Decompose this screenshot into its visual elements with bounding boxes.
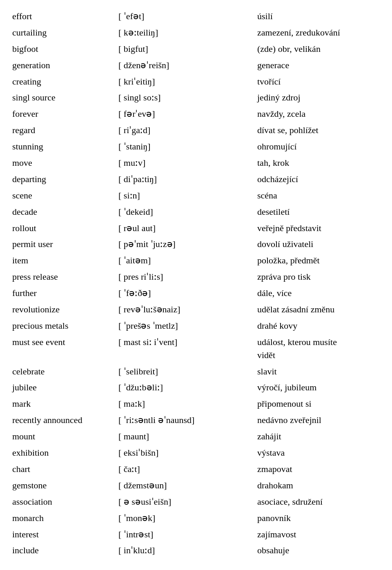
phonetic-cell: [ ˈprešəs ˈmetlz] (116, 318, 255, 334)
word-cell: move (10, 155, 116, 171)
table-row: gemstone[ džemstəun]drahokam (10, 477, 382, 494)
table-row: chart[ čaːt]zmapovat (10, 461, 382, 477)
phonetic-cell: [ ˈfəːðə] (116, 285, 255, 301)
word-cell: bigfoot (10, 41, 116, 57)
translation-cell: dovolí uživateli (255, 236, 382, 252)
translation-cell: zmapovat (255, 461, 382, 477)
translation-cell: odcházející (255, 171, 382, 187)
phonetic-cell: [ siːn] (116, 187, 255, 204)
translation-cell: zamezení, zredukování (255, 24, 382, 41)
table-row: scene[ siːn]scéna (10, 187, 382, 204)
word-cell: stunning (10, 138, 116, 155)
translation-cell: slavit (255, 363, 382, 380)
table-row: curtailing[ kəːteiliŋ]zamezení, zredukov… (10, 24, 382, 41)
translation-cell: dívat se, pohlížet (255, 122, 382, 138)
phonetic-cell: [ muːv] (116, 155, 255, 171)
phonetic-cell: [ ˈintrəst] (116, 526, 255, 543)
word-cell: further (10, 285, 116, 301)
phonetic-cell: [ kəːteiliŋ] (116, 24, 255, 41)
word-cell: recently announced (10, 412, 116, 428)
word-cell: revolutionize (10, 301, 116, 318)
phonetic-cell: [ ˈstaniŋ] (116, 138, 255, 155)
table-row: regard[ riˈgaːd]dívat se, pohlížet (10, 122, 382, 138)
translation-cell: jediný zdroj (255, 89, 382, 106)
phonetic-cell: [ ˈdekeid] (116, 204, 255, 220)
table-row: rollout[ rəul aut]veřejně představit (10, 220, 382, 236)
translation-cell: udělat zásadní změnu (255, 301, 382, 318)
word-cell: permit user (10, 236, 116, 252)
translation-cell: výstava (255, 445, 382, 461)
vocabulary-table: effort[ ˈefət]úsilícurtailing[ kəːteiliŋ… (10, 8, 382, 559)
table-row: recently announced[ ˈriːsəntli əˈnaunsd]… (10, 412, 382, 428)
phonetic-cell: [ ˈmonək] (116, 510, 255, 526)
phonetic-cell: [ ˈefət] (116, 8, 255, 24)
translation-cell: generace (255, 57, 382, 73)
table-row: singl source[ singl soːs]jediný zdroj (10, 89, 382, 106)
phonetic-cell: [ maunt] (116, 428, 255, 445)
word-cell: regard (10, 122, 116, 138)
word-cell: mount (10, 428, 116, 445)
translation-cell: dále, více (255, 285, 382, 301)
table-row: precious metals[ ˈprešəs ˈmetlz]drahé ko… (10, 318, 382, 334)
table-row: association[ ə səusiˈeišn]asociace, sdru… (10, 494, 382, 510)
phonetic-cell: [ ə səusiˈeišn] (116, 494, 255, 510)
word-cell: decade (10, 204, 116, 220)
word-cell: precious metals (10, 318, 116, 334)
phonetic-cell: [ eksiˈbišn] (116, 445, 255, 461)
translation-cell: událost, kterou musítevidět (255, 334, 382, 363)
word-cell: forever (10, 106, 116, 122)
translation-cell: veřejně představit (255, 220, 382, 236)
translation-cell: ohromující (255, 138, 382, 155)
table-row: celebrate[ ˈselibreit]slavit (10, 363, 382, 380)
word-cell: singl source (10, 89, 116, 106)
word-cell: exhibition (10, 445, 116, 461)
translation-cell: drahé kovy (255, 318, 382, 334)
translation-cell: obsahuje (255, 542, 382, 559)
word-cell: effort (10, 8, 116, 24)
table-row: interest[ ˈintrəst]zajímavost (10, 526, 382, 543)
table-row: effort[ ˈefət]úsilí (10, 8, 382, 24)
translation-cell: (zde) obr, velikán (255, 41, 382, 57)
word-cell: chart (10, 461, 116, 477)
word-cell: must see event (10, 334, 116, 363)
table-row: press release[ pres riˈliːs]zpráva pro t… (10, 269, 382, 285)
phonetic-cell: [ fərˈevə] (116, 106, 255, 122)
translation-cell: připomenout si (255, 396, 382, 412)
table-row: departing[ diˈpaːtiŋ]odcházející (10, 171, 382, 187)
translation-cell: desetiletí (255, 204, 382, 220)
table-row: stunning[ ˈstaniŋ]ohromující (10, 138, 382, 155)
phonetic-cell: [ mast siː iˈvent] (116, 334, 255, 363)
phonetic-cell: [ pres riˈliːs] (116, 269, 255, 285)
word-cell: association (10, 494, 116, 510)
phonetic-cell: [ dženəˈreišn] (116, 57, 255, 73)
phonetic-cell: [ inˈkluːd] (116, 542, 255, 559)
word-cell: gemstone (10, 477, 116, 494)
phonetic-cell: [ džemstəun] (116, 477, 255, 494)
table-row: monarch[ ˈmonək]panovník (10, 510, 382, 526)
word-cell: rollout (10, 220, 116, 236)
table-row: include[ inˈkluːd]obsahuje (10, 542, 382, 559)
phonetic-cell: [ rəul aut] (116, 220, 255, 236)
phonetic-cell: [ pəˈmit ˈjuːzə] (116, 236, 255, 252)
phonetic-cell: [ diˈpaːtiŋ] (116, 171, 255, 187)
table-row: forever[ fərˈevə]navždy, zcela (10, 106, 382, 122)
word-cell: generation (10, 57, 116, 73)
table-row: revolutionize[ revəˈluːšənaiz]udělat zás… (10, 301, 382, 318)
word-cell: interest (10, 526, 116, 543)
translation-cell: asociace, sdružení (255, 494, 382, 510)
phonetic-cell: [ maːk] (116, 396, 255, 412)
translation-cell: úsilí (255, 8, 382, 24)
table-row: item[ ˈaitəm]položka, předmět (10, 252, 382, 269)
word-cell: curtailing (10, 24, 116, 41)
word-cell: item (10, 252, 116, 269)
phonetic-cell: [ ˈriːsəntli əˈnaunsd] (116, 412, 255, 428)
table-row: creating[ kriˈeitiŋ]tvořící (10, 73, 382, 90)
word-cell: include (10, 542, 116, 559)
translation-cell: panovník (255, 510, 382, 526)
table-row: mark[ maːk]připomenout si (10, 396, 382, 412)
phonetic-cell: [ ˈaitəm] (116, 252, 255, 269)
translation-cell: drahokam (255, 477, 382, 494)
phonetic-cell: [ kriˈeitiŋ] (116, 73, 255, 90)
table-row: bigfoot[ bigfut](zde) obr, velikán (10, 41, 382, 57)
table-row: exhibition[ eksiˈbišn]výstava (10, 445, 382, 461)
